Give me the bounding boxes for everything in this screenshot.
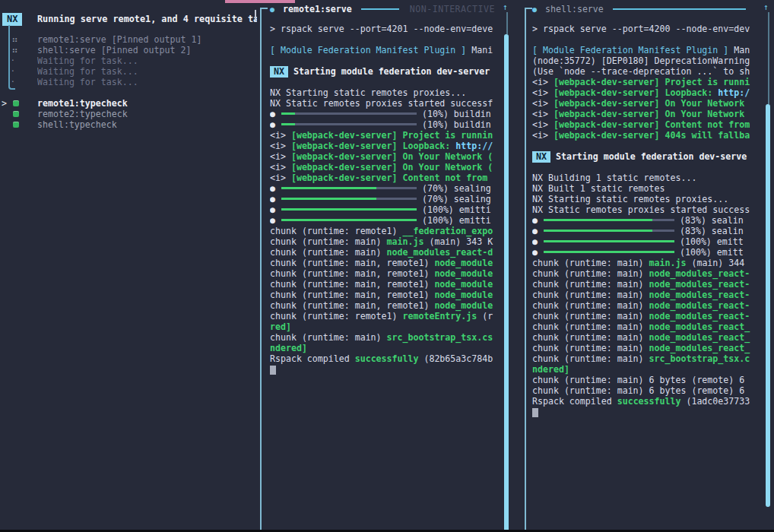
terminal-line: <i> [webpack-dev-server] Loopback: http:…: [270, 141, 498, 151]
terminal-line: > rspack serve --port=4201 --node-env=de…: [270, 24, 498, 34]
non-interactive-label: NON-INTERACTIVE: [410, 4, 495, 14]
right-pane-title[interactable]: shell:serve: [545, 4, 604, 14]
spinner-icon: ⠶: [11, 34, 18, 45]
terminal-line: ndered]: [270, 343, 498, 353]
terminal-line: chunk (runtime: main) src_bootstrap_tsx.…: [532, 353, 754, 364]
terminal-line: [532, 407, 754, 417]
task-item[interactable]: ⠶remote1:serve [Pinned output 1]: [0, 34, 257, 45]
progress-bar: [544, 230, 674, 232]
nx-terminal-ui: NX Running serve remote1, and 4 requisit…: [0, 0, 774, 532]
terminal-line: chunk (runtime: main) main.js (main) 344: [532, 258, 754, 268]
nx-logo-badge: NX: [2, 13, 22, 26]
running-indicator-icon: ●: [270, 5, 274, 14]
terminal-cursor: [270, 366, 276, 375]
spinner-icon: ⠶: [11, 45, 18, 55]
progress-bar: [281, 198, 417, 200]
progress-bar: [281, 123, 417, 125]
right-terminal-output[interactable]: > rspack serve --port=4200 --node-env=de…: [532, 24, 754, 417]
terminal-line: ● (83%) sealin: [532, 215, 754, 226]
middle-scrollbar-track[interactable]: [506, 12, 508, 34]
middle-scrollbar-thumb[interactable]: [504, 34, 509, 532]
task-item[interactable]: ⠶shell:serve [Pinned output 2]: [0, 45, 257, 55]
task-list: ⠶remote1:serve [Pinned output 1]⠶shell:s…: [0, 34, 257, 130]
terminal-line: [270, 34, 498, 45]
terminal-line: chunk (runtime: main) node_modules_react…: [532, 279, 754, 290]
terminal-line: [270, 364, 498, 375]
terminal-line: ● (70%) sealing: [270, 183, 498, 194]
scroll-up-icon[interactable]: ↑: [763, 2, 769, 12]
square-icon: [13, 100, 19, 106]
terminal-line: <i> [webpack-dev-server] Content not fro…: [532, 119, 754, 130]
dot-icon: ·: [11, 66, 14, 77]
progress-bar: [544, 240, 674, 242]
task-item[interactable]: ·Waiting for task...: [0, 66, 257, 77]
terminal-line: NX Static remotes proxies started succes…: [270, 98, 498, 109]
task-item[interactable]: ·Waiting for task...: [0, 55, 257, 66]
terminal-line: <i> [webpack-dev-server] On Your Network: [532, 109, 754, 119]
progress-bar: [544, 219, 674, 221]
terminal-line: ● (100%) emitt: [532, 236, 754, 247]
square-icon: [13, 122, 19, 128]
terminal-line: ● (100%) emitt: [532, 247, 754, 258]
terminal-line: chunk (runtime: main) node_modules_react…: [532, 343, 754, 353]
terminal-line: chunk (runtime: main) node_modules_react…: [532, 321, 754, 332]
terminal-line: <i> [webpack-dev-server] On Your Network…: [270, 162, 498, 173]
run-summary-title: Running serve remote1, and 4 requisite t…: [37, 13, 257, 26]
right-scrollbar-thumb[interactable]: [766, 104, 770, 507]
terminal-line: chunk (runtime: main) 6 bytes (remote) 6: [532, 375, 754, 385]
task-list-scrollbar[interactable]: [255, 10, 256, 21]
terminal-line: chunk (runtime: main) node_modules_react…: [270, 247, 498, 258]
terminal-line: chunk (runtime: main) node_modules_react…: [532, 300, 754, 311]
scroll-up-icon[interactable]: ↑: [503, 2, 508, 12]
terminal-line: [270, 55, 498, 66]
terminal-line: <i> [webpack-dev-server] Project is runn…: [532, 77, 754, 87]
header-rule: [361, 8, 399, 10]
terminal-line: red]: [270, 321, 498, 332]
task-item[interactable]: remote2:typecheck: [0, 109, 257, 119]
terminal-line: ● (100%) emitti: [270, 204, 498, 215]
terminal-line: NX Starting static remotes proxies...: [532, 194, 754, 204]
task-item[interactable]: shell:typecheck: [0, 119, 257, 130]
terminal-line: chunk (runtime: main) main.js (main) 343…: [270, 236, 498, 247]
square-icon: [13, 111, 19, 117]
terminal-line: NX Building 1 static remotes...: [532, 173, 754, 183]
nx-badge: NX: [532, 151, 550, 163]
terminal-line: chunk (runtime: main) node_modules_react…: [532, 332, 754, 343]
terminal-line: > rspack serve --port=4200 --node-env=de…: [532, 24, 754, 34]
terminal-line: chunk (runtime: remote1) remoteEntry.js …: [270, 311, 498, 321]
terminal-line: [ Module Federation Manifest Plugin ] Ma…: [270, 45, 498, 55]
terminal-line: Rspack compiled successfully (82b65a3c78…: [270, 353, 498, 364]
terminal-line: ndered]: [532, 364, 754, 375]
middle-pane-title[interactable]: remote1:serve: [283, 4, 352, 14]
task-item[interactable]: ·Waiting for task...: [0, 77, 257, 87]
terminal-line: chunk (runtime: main, remote1) node_modu…: [270, 268, 498, 279]
terminal-line: <i> [webpack-dev-server] 404s will fallb…: [532, 130, 754, 141]
progress-bar: [281, 219, 417, 221]
terminal-line: <i> [webpack-dev-server] Content not fro…: [270, 173, 498, 183]
progress-bar: [281, 208, 417, 211]
dot-icon: ·: [11, 77, 14, 87]
terminal-line: chunk (runtime: main) 6 bytes (remote) 6: [532, 385, 754, 396]
terminal-line: NX Static remotes proxies started succes…: [532, 204, 754, 215]
right-pane-border: [525, 8, 532, 532]
terminal-line: [270, 77, 498, 87]
task-label: remote1:typecheck: [37, 98, 257, 109]
selected-caret-icon: >: [2, 98, 7, 109]
task-list-spacer: [0, 87, 257, 98]
terminal-line: [532, 162, 754, 173]
terminal-line: chunk (runtime: main, remote1) node_modu…: [270, 300, 498, 311]
terminal-line: [532, 141, 754, 151]
terminal-line: chunk (runtime: remote1) __federation_ex…: [270, 226, 498, 236]
middle-terminal-output[interactable]: > rspack serve --port=4201 --node-env=de…: [270, 24, 498, 375]
terminal-line: ● (83%) sealin: [532, 226, 754, 236]
right-scrollbar-track[interactable]: [768, 12, 769, 104]
terminal-line: NX Starting module federation dev-serve: [532, 151, 754, 162]
right-pane-header: ● shell:serve: [532, 3, 757, 15]
task-item[interactable]: >remote1:typecheck: [0, 98, 257, 109]
terminal-line: ● (70%) sealing: [270, 194, 498, 204]
nx-badge: NX: [270, 66, 288, 78]
terminal-line: (node:35772) [DEP0180] DeprecationWarnin…: [532, 55, 754, 66]
terminal-cursor: [532, 408, 538, 417]
terminal-line: ● (10%) buildin: [270, 109, 498, 119]
terminal-line: <i> [webpack-dev-server] Project is runn…: [270, 130, 498, 141]
